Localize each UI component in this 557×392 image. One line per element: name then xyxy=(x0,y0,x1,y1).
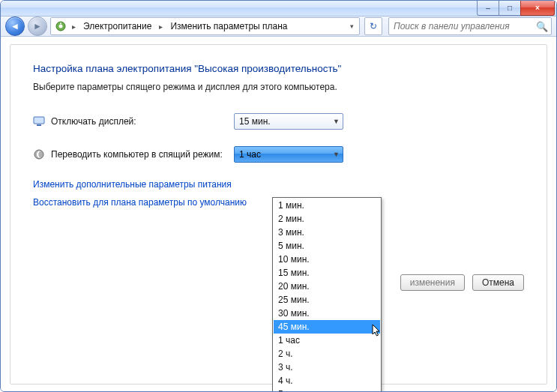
breadcrumb-root[interactable]: Электропитание xyxy=(79,18,156,34)
combo-display-off[interactable]: 15 мин. ▼ xyxy=(234,113,343,130)
label-sleep: Переводить компьютер в спящий режим: xyxy=(33,148,234,160)
dropdown-option[interactable]: 3 ч. xyxy=(274,361,380,374)
minimize-button[interactable]: – xyxy=(477,1,499,16)
content-area: Настройка плана электропитания "Высокая … xyxy=(1,37,556,392)
dropdown-option[interactable]: 20 мин. xyxy=(274,280,380,293)
monitor-icon xyxy=(33,115,45,127)
refresh-icon: ↻ xyxy=(370,21,377,31)
chevron-right-icon: ▸ xyxy=(156,22,166,31)
forward-arrow-icon: ► xyxy=(33,21,42,31)
dropdown-option[interactable]: 10 мин. xyxy=(274,253,380,266)
svg-point-1 xyxy=(59,25,63,28)
link-advanced-settings[interactable]: Изменить дополнительные параметры питани… xyxy=(33,179,524,190)
label-display-off: Отключать дисплей: xyxy=(33,115,234,127)
row-sleep: Переводить компьютер в спящий режим: 1 ч… xyxy=(33,146,524,163)
search-input[interactable] xyxy=(392,20,536,32)
nav-forward-button[interactable]: ► xyxy=(28,16,47,36)
breadcrumb-dropdown-button[interactable]: ▾ xyxy=(346,18,358,34)
label-text: Отключать дисплей: xyxy=(51,116,136,127)
moon-icon xyxy=(33,148,45,160)
save-button[interactable]: изменения xyxy=(400,274,465,291)
cancel-button[interactable]: Отмена xyxy=(472,274,524,291)
dropdown-option[interactable]: 3 мин. xyxy=(274,226,380,239)
power-plan-icon xyxy=(54,19,67,33)
dropdown-option[interactable]: 5 мин. xyxy=(274,239,380,253)
svg-rect-2 xyxy=(34,117,44,124)
window-frame: – □ × ◄ ► ▸ Электропитание ▸ Изменить па… xyxy=(0,0,557,392)
combo-value: 15 мин. xyxy=(239,116,271,127)
nav-back-button[interactable]: ◄ xyxy=(5,16,25,36)
combo-value: 1 час xyxy=(239,149,261,160)
dropdown-option[interactable]: 2 ч. xyxy=(274,347,380,361)
dropdown-option[interactable]: 4 ч. xyxy=(274,374,380,388)
search-box[interactable]: 🔍 xyxy=(388,17,552,35)
chevron-down-icon: ▼ xyxy=(333,118,340,125)
titlebar: – □ × xyxy=(1,1,556,16)
chevron-right-icon: ▸ xyxy=(69,22,79,31)
maximize-button[interactable]: □ xyxy=(499,1,521,16)
button-row: изменения Отмена xyxy=(400,274,524,291)
close-button[interactable]: × xyxy=(520,1,555,16)
dropdown-option[interactable]: 45 мин. xyxy=(274,320,380,334)
window-controls: – □ × xyxy=(478,1,555,16)
dropdown-option[interactable]: 25 мин. xyxy=(274,293,380,307)
back-arrow-icon: ◄ xyxy=(10,21,19,31)
dropdown-option[interactable]: 2 мин. xyxy=(274,212,380,226)
row-display-off: Отключать дисплей: 15 мин. ▼ xyxy=(33,113,524,130)
dropdown-option[interactable]: 15 мин. xyxy=(274,266,380,280)
dropdown-option[interactable]: 1 час xyxy=(274,334,380,347)
label-text: Переводить компьютер в спящий режим: xyxy=(51,149,223,160)
breadcrumb[interactable]: ▸ Электропитание ▸ Изменить параметры пл… xyxy=(50,17,360,35)
combo-sleep[interactable]: 1 час ▼ xyxy=(234,146,343,163)
settings-panel: Настройка плана электропитания "Высокая … xyxy=(10,44,547,385)
dropdown-sleep-options[interactable]: 1 мин.2 мин.3 мин.5 мин.10 мин.15 мин.20… xyxy=(272,197,382,392)
navbar: ◄ ► ▸ Электропитание ▸ Изменить параметр… xyxy=(1,16,556,37)
dropdown-option[interactable]: 5 ч. xyxy=(274,388,380,392)
chevron-down-icon: ▼ xyxy=(333,151,340,158)
svg-rect-3 xyxy=(37,124,41,126)
dropdown-option[interactable]: 1 мин. xyxy=(274,199,380,212)
page-subtitle: Выберите параметры спящего режима и дисп… xyxy=(33,82,524,92)
dropdown-option[interactable]: 30 мин. xyxy=(274,307,380,320)
search-icon: 🔍 xyxy=(536,21,548,32)
breadcrumb-page[interactable]: Изменить параметры плана xyxy=(166,18,292,34)
page-title: Настройка плана электропитания "Высокая … xyxy=(33,63,524,74)
refresh-button[interactable]: ↻ xyxy=(364,17,382,35)
